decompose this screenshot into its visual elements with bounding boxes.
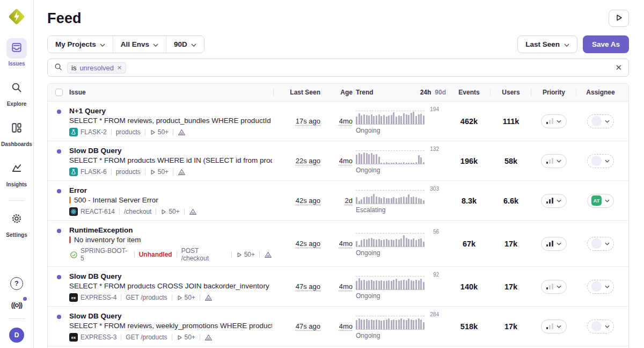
trend-90d-toggle[interactable]: 90d [435,89,446,96]
filter-bar: My Projects All Envs 90D [47,35,204,53]
issue-search-input[interactable]: is unresolved ✕ ✕ [47,59,629,77]
priority-bars-icon [546,284,553,289]
sidebar-item-label: Insights [6,182,27,187]
assignee-dropdown[interactable] [587,154,614,168]
sidebar-item-issues[interactable]: Issues [6,38,27,67]
assignee-dropdown[interactable] [587,320,614,334]
issue-title[interactable]: Slow DB Query [69,147,272,155]
save-as-button[interactable]: Save As [583,35,629,53]
age-value[interactable]: 4mo [339,282,353,291]
column-issue[interactable]: Issue [69,89,272,96]
last-seen-value[interactable]: 42s ago [296,240,320,248]
last-seen-value[interactable]: 42s ago [296,197,320,205]
issue-row[interactable]: RuntimeException No inventory for item S… [48,221,628,267]
flask-icon [69,168,78,176]
issue-title[interactable]: Error [69,186,272,194]
issue-row[interactable]: Slow DB Query SELECT * FROM reviews, wee… [48,307,628,346]
issue-title[interactable]: Slow DB Query [69,312,272,320]
play-button[interactable] [609,10,629,27]
issue-row[interactable]: Error 500 - Internal Server Error REACT-… [48,181,628,221]
last-seen-value[interactable]: 47s ago [296,282,320,291]
trend-peak-value: 132 [430,146,439,152]
trend-sparkline: 132 [356,150,425,164]
sidebar-item-dashboards[interactable]: Dashboards [1,119,32,147]
column-last-seen[interactable]: Last Seen [275,89,320,96]
priority-dropdown[interactable] [541,320,567,334]
chevron-down-icon [557,120,561,123]
clear-search-icon[interactable]: ✕ [615,63,622,73]
issue-tags: FLASK-6 products 50+ [69,168,272,176]
search-filter-chip[interactable]: is unresolved ✕ [67,62,126,74]
column-events[interactable]: Events [449,89,489,96]
priority-dropdown[interactable] [541,114,567,128]
play-icon [160,209,166,215]
issue-tag: GET /products [126,294,167,301]
replay-count[interactable]: 50+ [160,208,179,215]
assignee-dropdown[interactable] [587,114,614,128]
issue-title[interactable]: N+1 Query [69,107,272,115]
column-assignee[interactable]: Assignee [578,89,623,96]
assignee-avatar [591,321,602,331]
date-range-filter[interactable]: 90D [166,36,204,53]
chevron-down-icon [605,120,610,123]
trend-peak-value: 56 [433,229,439,235]
replay-count[interactable]: 50+ [177,294,195,301]
age-value[interactable]: 4mo [339,157,353,165]
trend-cell: 194 Ongoing [356,108,446,134]
priority-bars-icon [546,198,553,204]
replay-count[interactable]: 50+ [236,251,255,258]
project-slug: FLASK-6 [80,168,107,176]
warning-triangle-icon [204,334,213,341]
replay-count[interactable]: 50+ [150,168,169,176]
sidebar-item-explore[interactable]: Explore [6,78,27,107]
help-button[interactable]: ? [10,277,23,290]
trend-sparkline: 56 [356,233,425,247]
issue-row[interactable]: Slow DB Query SELECT * FROM products CRO… [48,267,628,307]
age-value[interactable]: 4mo [339,240,353,248]
age-value[interactable]: 4mo [339,322,353,330]
environment-filter[interactable]: All Envs [113,36,166,53]
assignee-dropdown[interactable]: AT [587,194,614,208]
unread-dot [57,315,61,319]
sentry-logo-icon[interactable] [7,7,26,26]
chevron-down-icon [605,285,610,288]
last-seen-value[interactable]: 47s ago [296,322,320,330]
issue-row[interactable]: Slow DB Query SELECT * FROM products WHE… [48,141,628,181]
column-users[interactable]: Users [492,89,530,96]
sort-dropdown[interactable]: Last Seen [517,35,577,53]
priority-dropdown[interactable] [541,280,567,294]
remove-chip-icon[interactable]: ✕ [117,64,122,71]
sidebar-item-insights[interactable]: Insights [6,159,27,187]
last-seen-value[interactable]: 22s ago [296,157,320,165]
priority-dropdown[interactable] [541,154,567,168]
trend-24h-toggle[interactable]: 24h [420,89,431,96]
replay-count[interactable]: 50+ [177,334,195,341]
replay-count[interactable]: 50+ [150,128,169,136]
issue-title[interactable]: Slow DB Query [69,272,272,280]
trend-peak-value: 92 [433,272,439,278]
issue-title[interactable]: RuntimeException [69,226,272,234]
assignee-dropdown[interactable] [587,237,614,251]
warning-triangle-icon [189,208,197,215]
user-avatar[interactable]: D [9,328,24,343]
column-priority[interactable]: Priority [533,89,575,96]
level-indicator [69,197,71,204]
issue-row[interactable]: N+1 Query SELECT * FROM reviews, product… [48,102,628,141]
age-value[interactable]: 4mo [339,117,353,125]
chevron-down-icon [605,242,610,245]
sidebar-divider [9,318,25,319]
main-content: Feed My Projects All Envs [34,0,644,348]
assignee-dropdown[interactable] [587,280,614,294]
sidebar-item-settings[interactable]: Settings [6,209,27,238]
project-slug: EXPRESS-3 [80,334,116,341]
age-value[interactable]: 2d [345,197,353,205]
column-age[interactable]: Age [324,89,353,96]
priority-dropdown[interactable] [541,237,567,251]
assignee-avatar: AT [591,195,602,206]
whats-new-button[interactable]: ((o)) [11,301,22,309]
select-all-checkbox[interactable] [55,89,63,96]
priority-dropdown[interactable] [541,194,567,208]
last-seen-value[interactable]: 17s ago [296,117,320,125]
issue-tags: REACT-614 /checkout 50+ [69,207,272,216]
project-filter[interactable]: My Projects [48,36,113,53]
